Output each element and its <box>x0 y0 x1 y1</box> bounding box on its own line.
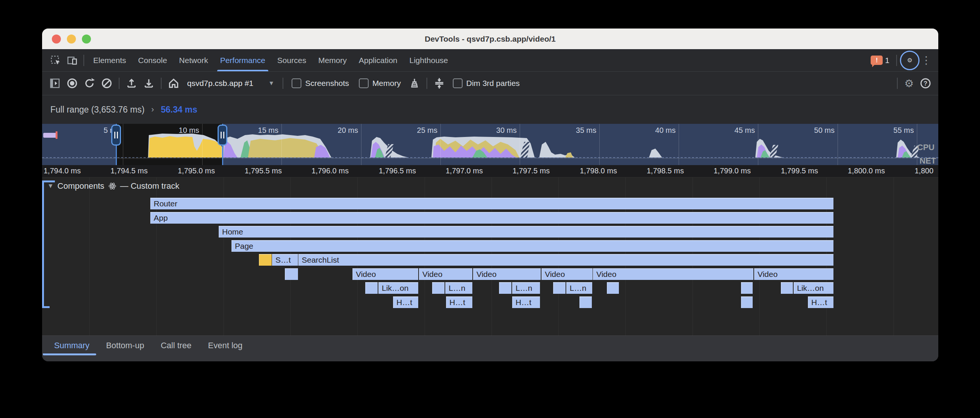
issue-warning-icon: ! <box>871 55 883 65</box>
network-lane-divider <box>42 158 938 159</box>
flame-bar-ln[interactable]: L…n <box>445 282 473 294</box>
device-toolbar-icon[interactable] <box>64 52 80 69</box>
flame-bar-ln[interactable]: L…n <box>566 282 592 294</box>
flame-bar-video[interactable]: Video <box>593 268 753 280</box>
flame-bar-video[interactable]: Video <box>754 268 834 280</box>
flame-bar[interactable] <box>365 282 378 294</box>
time-axis-label: 1,795.0 ms <box>178 166 215 175</box>
tab-sources[interactable]: Sources <box>271 49 312 71</box>
tab-elements[interactable]: Elements <box>87 49 132 71</box>
flame-bar[interactable] <box>781 282 793 294</box>
flame-bar[interactable] <box>579 296 592 308</box>
dim-3rd-parties-checkbox[interactable]: Dim 3rd parties <box>448 78 524 88</box>
chevron-right-icon: › <box>151 104 154 114</box>
network-request-bar <box>43 133 57 138</box>
tab-application[interactable]: Application <box>353 49 404 71</box>
custom-track-header[interactable]: ▼ Components — Custom track <box>47 181 179 191</box>
ruler-label: 50 ms <box>814 126 838 135</box>
save-profile-icon[interactable] <box>140 75 157 92</box>
ruler-gridline <box>202 124 202 165</box>
flame-bar-video[interactable]: Video <box>419 268 473 280</box>
selection-left-handle[interactable] <box>111 125 121 146</box>
flame-bar-video[interactable]: Video <box>473 268 541 280</box>
throttling-icon[interactable] <box>431 75 447 92</box>
live-metrics-home-icon[interactable] <box>165 75 182 92</box>
flame-bar-ht[interactable]: H…t <box>512 296 540 308</box>
ruler-label: 55 ms <box>894 126 917 135</box>
close-window-button[interactable] <box>52 35 61 44</box>
details-tab-event-log[interactable]: Event log <box>200 336 251 355</box>
toggle-sidebar-icon[interactable] <box>46 75 63 92</box>
record-and-reload-icon[interactable] <box>81 75 98 92</box>
flame-bar-video[interactable]: Video <box>352 268 418 280</box>
flame-bar-likon[interactable]: Lik…on <box>379 282 418 294</box>
tab-console[interactable]: Console <box>132 49 173 71</box>
svg-text:?: ? <box>924 80 928 87</box>
flame-bar[interactable] <box>741 282 752 294</box>
checkbox-box <box>291 78 301 88</box>
collapse-triangle-icon[interactable]: ▼ <box>47 182 54 190</box>
flame-bar[interactable] <box>741 296 752 308</box>
tab-network[interactable]: Network <box>173 49 214 71</box>
zoom-window-button[interactable] <box>82 35 91 44</box>
flame-bar-app[interactable]: App <box>150 212 834 224</box>
flame-bar-searchlist[interactable]: SearchList <box>298 254 834 266</box>
inspect-element-icon[interactable] <box>47 52 64 69</box>
details-tab-summary[interactable]: Summary <box>46 336 98 355</box>
load-profile-icon[interactable] <box>123 75 140 92</box>
time-axis-label: 1,798.0 ms <box>580 166 617 175</box>
tab-memory[interactable]: Memory <box>312 49 353 71</box>
flame-bar[interactable] <box>432 282 444 294</box>
settings-icon[interactable]: ⚙ <box>900 51 920 70</box>
flame-bar[interactable] <box>607 282 619 294</box>
flame-bar-likon[interactable]: Lik…on <box>794 282 834 294</box>
flame-bar-home[interactable]: Home <box>219 226 834 238</box>
flame-bar-page[interactable]: Page <box>231 240 834 252</box>
tab-lighthouse[interactable]: Lighthouse <box>403 49 454 71</box>
flame-bar-ht[interactable]: H…t <box>808 296 834 308</box>
flame-bar[interactable] <box>259 254 272 266</box>
more-options-icon[interactable]: ⋮ <box>920 54 933 66</box>
flame-bar-st[interactable]: S…t <box>272 254 298 266</box>
panel-tabs: ElementsConsoleNetworkPerformanceSources… <box>87 49 454 71</box>
flame-bar[interactable] <box>499 282 511 294</box>
screen: DevTools - qsvd7p.csb.app/video/1 Elemen… <box>0 0 980 418</box>
ruler-gridline <box>599 124 600 165</box>
record-icon[interactable] <box>64 75 80 92</box>
flame-bar-ht[interactable]: H…t <box>446 296 473 308</box>
flame-chart-area[interactable]: ▼ Components — Custom track RouterAppHom… <box>42 177 938 336</box>
title-bar: DevTools - qsvd7p.csb.app/video/1 <box>42 28 938 49</box>
ruler-label: 10 ms <box>179 126 202 135</box>
help-icon[interactable]: ? <box>917 75 934 92</box>
selection-right-handle[interactable] <box>218 125 228 146</box>
timeline-overview[interactable]: 5 ms10 ms15 ms20 ms25 ms30 ms35 ms40 ms4… <box>42 124 938 165</box>
breadcrumb-selection[interactable]: 56.34 ms <box>161 104 197 115</box>
breadcrumb-full-range[interactable]: Full range (3,653.76 ms) <box>50 104 145 115</box>
flame-bar-ht[interactable]: H…t <box>393 296 418 308</box>
screenshots-checkbox[interactable]: Screenshots <box>287 78 353 88</box>
flame-bar-ln[interactable]: L…n <box>512 282 540 294</box>
collect-garbage-icon[interactable] <box>406 75 423 92</box>
flame-bar-video[interactable]: Video <box>541 268 593 280</box>
target-selector[interactable]: qsvd7p.csb.app #1 ▼ <box>183 79 279 88</box>
issues-badge[interactable]: ! 1 <box>871 55 889 65</box>
time-axis-label: 1,797.5 ms <box>512 166 550 175</box>
chevron-down-icon: ▼ <box>268 80 274 87</box>
flame-bar[interactable] <box>285 268 298 280</box>
ruler-gridline <box>441 124 441 165</box>
details-tab-bottom-up[interactable]: Bottom-up <box>98 336 153 355</box>
ruler-gridline <box>123 124 123 165</box>
flame-bar-router[interactable]: Router <box>150 198 834 209</box>
cpu-activity-chart <box>42 124 938 165</box>
flame-bar[interactable] <box>553 282 566 294</box>
react-atom-icon <box>108 182 116 190</box>
clear-icon[interactable] <box>99 75 115 92</box>
track-selection-bracket <box>42 180 44 308</box>
details-tab-call-tree[interactable]: Call tree <box>153 336 200 355</box>
tab-performance[interactable]: Performance <box>214 49 271 71</box>
memory-checkbox[interactable]: Memory <box>354 78 406 88</box>
minimize-window-button[interactable] <box>67 35 76 44</box>
capture-settings-gear-icon[interactable]: ⚙ <box>901 75 917 92</box>
track-name: Components <box>57 181 105 191</box>
divider <box>896 55 897 66</box>
